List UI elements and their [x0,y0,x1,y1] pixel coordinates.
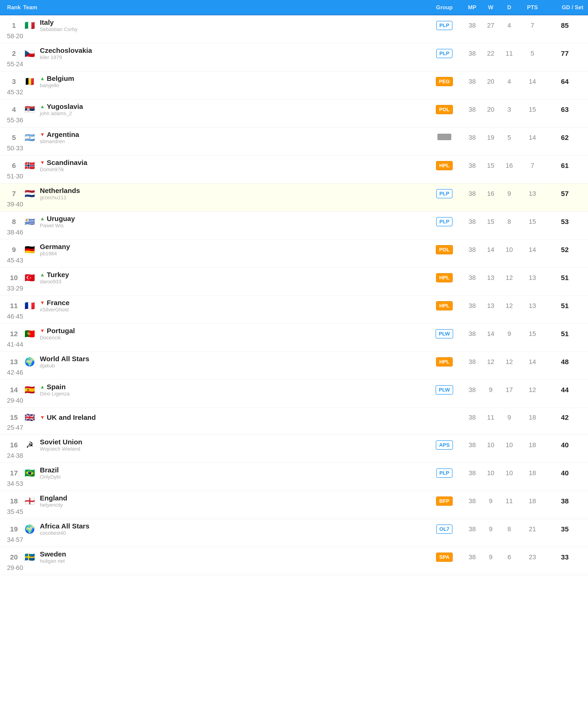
flag-icon: 🌍 [23,523,36,536]
badge-cell: OL7 [426,525,463,534]
team-cell: 🇳🇴▼ScandinaviaDomin97ik [23,159,426,173]
trend-name-row: ▲Belgium [40,75,74,83]
pts-cell: 38 [546,497,583,505]
table-row[interactable]: 4🇷🇸▲Yugoslaviajohn adams_2POL38203156355… [0,99,588,127]
group-badge: PEG [436,77,453,86]
pts-cell: 44 [546,386,583,394]
team-name-block: Czechoslovakiakiler 1979 [40,47,92,60]
w-cell: 9 [481,554,500,561]
trend-indicator: ▲ [40,76,45,82]
badge-cell: BFP [426,497,463,506]
w-header: W [481,4,500,11]
gd-cell: 55·24 [5,60,23,68]
d-cell: 9 [500,190,519,197]
team-cell: 🇬🇧▼UK and Ireland [23,411,426,424]
team-name-label: Italy [40,19,54,26]
team-cell: 🇷🇸▲Yugoslaviajohn adams_2 [23,102,426,117]
l-cell: 14 [519,358,546,365]
team-name-label: Turkey [47,271,69,279]
table-row[interactable]: 14🇪🇸▲SpainDino LigenzaPLW38917124429·40 [0,380,588,408]
table-row[interactable]: 1🇮🇹ItalySebastian CorbyPLP3827478558·20 [0,15,588,43]
mp-cell: 38 [463,414,481,421]
team-user-label: Domin97ik [40,167,87,173]
mp-cell: 38 [463,106,481,113]
team-cell: 🌍World All Starsdjakub [23,355,426,369]
team-user-label: OnlyDybi [40,474,60,480]
table-row[interactable]: 17🇧🇷BrazilOnlyDybiPLP381010184034·53 [0,463,588,491]
table-row[interactable]: 13🌍World All StarsdjakubHPL381212144842·… [0,352,588,380]
rank-cell: 12 [5,330,23,338]
pts-header: PTS [519,4,546,11]
team-cell: 🇧🇷BrazilOnlyDybi [23,466,426,480]
mp-cell: 38 [463,162,481,169]
pts-cell: 48 [546,358,583,366]
rank-cell: 5 [5,134,23,142]
w-cell: 20 [481,106,500,113]
w-cell: 9 [481,386,500,394]
badge-cell: HPL [426,357,463,366]
table-row[interactable]: 18🏴󠁧󠁢󠁥󠁮󠁧󠁿EnglandhetyencityBFP38911183835… [0,491,588,519]
table-row[interactable]: 9🇩🇪Germanypb1984POL381410145245·43 [0,240,588,268]
table-row[interactable]: 16☭Soviet UnionWojciech WielandAPS381010… [0,435,588,463]
table-row[interactable]: 3🇧🇪▲BelgiumbangelloPEG38204146445·32 [0,71,588,99]
trend-name-row: Sweden [40,550,66,558]
table-row[interactable]: 20🇸🇪Swedenhuligan netSPA3896233329·60 [0,547,588,575]
team-name-block: ItalySebastian Corby [40,19,78,32]
team-name-block: ▲Turkeydaroo933 [40,271,69,285]
badge-cell: HPL [426,273,463,283]
trend-name-row: Soviet Union [40,438,82,446]
rank-cell: 4 [5,106,23,114]
pts-cell: 40 [546,441,583,449]
table-row[interactable]: 11🇫🇷▼FrancexSilverGhostHPL381312135146·4… [0,296,588,324]
table-row[interactable]: 19🌍Africa All Starscocobest40OL738982135… [0,519,588,547]
team-name-block: Englandhetyencity [40,494,67,508]
l-cell: 18 [519,441,546,449]
d-cell: 4 [500,78,519,85]
gd-cell: 51·30 [5,173,23,180]
l-cell: 14 [519,246,546,254]
table-row[interactable]: 6🇳🇴▼ScandinaviaDomin97ikHPL38151676151·3… [0,155,588,183]
rank-cell: 15 [5,414,23,421]
team-user-label: Wojciech Wieland [40,446,82,452]
table-row[interactable]: 10🇹🇷▲Turkeydaroo933HPL381312135133·29 [0,268,588,296]
table-row[interactable]: 8🇺🇾▲UruguayPawel WisPLP38158155338·46 [0,211,588,240]
team-name-label: France [47,299,69,307]
w-cell: 15 [481,162,500,169]
w-cell: 22 [481,50,500,57]
badge-cell: PLP [426,468,463,478]
team-header: Team [23,4,426,11]
trend-name-row: England [40,494,67,502]
gd-cell: 58·20 [5,32,23,40]
trend-indicator: ▲ [40,272,45,278]
pts-cell: 53 [546,218,583,226]
w-cell: 19 [481,134,500,141]
pts-cell: 64 [546,78,583,86]
trend-name-row: ▼France [40,299,69,307]
rank-cell: 14 [5,386,23,394]
trend-indicator: ▲ [40,384,45,390]
group-badge: PLW [436,385,453,394]
mp-cell: 38 [463,302,481,309]
w-cell: 11 [481,414,500,421]
l-cell: 12 [519,386,546,394]
table-row[interactable]: 15🇬🇧▼UK and Ireland38119184225·47 [0,408,588,435]
w-cell: 27 [481,22,500,29]
table-row[interactable]: 2🇨🇿Czechoslovakiakiler 1979PLP3822115775… [0,43,588,71]
mp-cell: 38 [463,330,481,337]
trend-name-row: ▲Turkey [40,271,69,279]
flag-icon: 🇮🇹 [23,19,36,32]
badge-cell: POL [426,105,463,114]
d-cell: 12 [500,302,519,309]
rank-cell: 2 [5,50,23,57]
table-row[interactable]: 5🇦🇷▼Argentinaslimandren38195146250·33 [0,127,588,155]
gd-cell: 29·40 [5,397,23,404]
team-name-label: Belgium [47,75,74,83]
team-cell: 🇨🇿Czechoslovakiakiler 1979 [23,47,426,60]
table-row[interactable]: 7🇳🇱Netherlandsgrzechu111PLP38169135739·4… [0,183,588,211]
table-row[interactable]: 12🇵🇹▼PortugalDocencikPLW38149155141·44 [0,324,588,352]
trend-indicator: ▼ [40,131,45,138]
l-cell: 7 [519,162,546,169]
team-name-label: Brazil [40,466,59,474]
pts-cell: 57 [546,190,583,198]
l-cell: 18 [519,414,546,421]
